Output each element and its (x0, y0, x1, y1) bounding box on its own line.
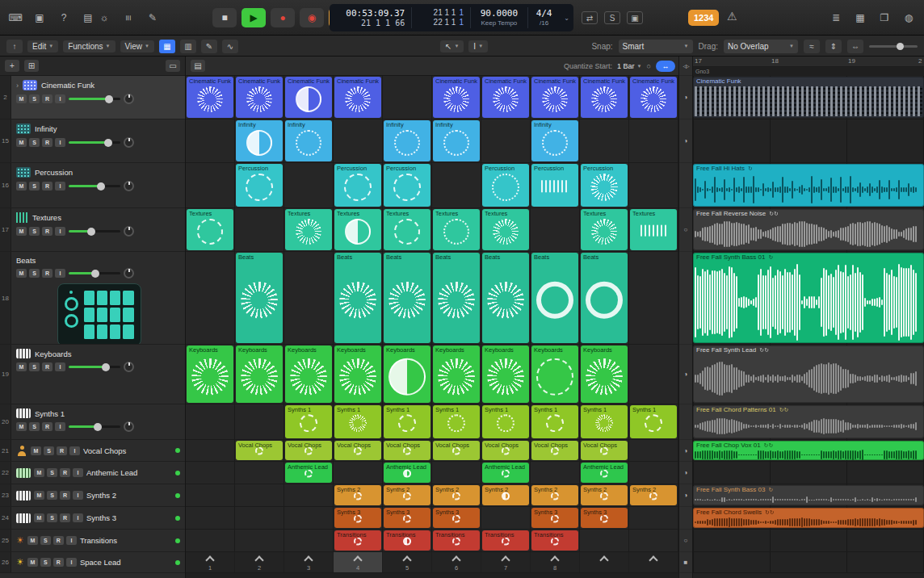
edit-menu[interactable]: Edit▼ (27, 40, 58, 52)
loop-cell[interactable]: Keyboards (432, 345, 481, 404)
loop-cell[interactable] (481, 119, 531, 162)
divider-bottom-icon[interactable]: ■ (679, 552, 692, 573)
track-m-button[interactable]: M (16, 269, 27, 278)
loop-cell[interactable] (235, 404, 284, 439)
output-icon[interactable]: ⇄ (582, 11, 598, 24)
functions-menu[interactable]: Functions▼ (63, 40, 115, 52)
track-i-button[interactable]: I (55, 362, 65, 371)
track-r-button[interactable]: R (42, 94, 52, 103)
vertical-zoom-icon[interactable]: ⇕ (825, 40, 842, 53)
disclosure-triangle[interactable]: › (16, 82, 19, 90)
scene-trigger[interactable]: 7 (481, 552, 531, 572)
loop-cell[interactable]: Vocal Chops (580, 440, 629, 461)
pencil-tool-icon[interactable]: ✎ (201, 40, 217, 53)
loop-cell[interactable]: Transitions (383, 530, 432, 551)
loop-cell[interactable] (186, 462, 235, 484)
track-m-button[interactable]: M (27, 558, 38, 567)
loop-cell[interactable] (284, 163, 334, 207)
loop-cell[interactable]: Synths 1 (284, 404, 334, 439)
loop-cell[interactable] (580, 530, 629, 551)
header-view-icon[interactable]: ▭ (166, 60, 180, 72)
track-r-button[interactable]: R (60, 513, 70, 522)
tracks-view-toggle[interactable]: ▥ (180, 40, 196, 53)
loop-cell[interactable] (629, 440, 678, 461)
scene-trigger[interactable]: 6 (432, 552, 481, 572)
quantize-start-dropdown[interactable]: 1 Bar▼ (617, 62, 641, 70)
region[interactable]: Free Fall Reverse Noise↻↻ (693, 209, 924, 250)
loop-cell[interactable]: Vocal Chops (531, 440, 580, 461)
view-menu[interactable]: View▼ (120, 40, 154, 52)
loop-cell[interactable]: Cinematic Funk (629, 76, 678, 119)
loop-cell[interactable]: Textures (186, 208, 235, 251)
loop-cell[interactable]: Keyboards (580, 345, 629, 404)
list-editors-icon[interactable]: ≣ (827, 10, 845, 25)
track-s-button[interactable]: S (29, 269, 40, 278)
loop-cell[interactable]: Synths 3 (531, 507, 580, 529)
loop-cell[interactable] (186, 440, 235, 461)
loop-cell[interactable]: Beats (432, 252, 481, 344)
track-m-button[interactable]: M (34, 491, 44, 500)
lcd-display[interactable]: 00:53:09.37 21 1 1 66 21 1 11 22 1 11 90… (330, 4, 573, 31)
loop-cell[interactable] (284, 530, 334, 551)
loop-cell[interactable]: Percussion (383, 163, 432, 207)
loop-cell[interactable]: Cinematic Funk (481, 76, 531, 119)
track-header[interactable]: 21MSRIVocal Chops (0, 440, 185, 462)
scene-trigger[interactable]: 3 (284, 552, 334, 572)
loop-cell[interactable]: Cinematic Funk (334, 76, 383, 119)
scene-menu-icon[interactable]: ▤ (191, 60, 205, 72)
track-i-button[interactable]: I (66, 558, 77, 567)
track-i-button[interactable]: I (55, 422, 65, 431)
track-s-button[interactable]: S (29, 362, 40, 371)
track-s-button[interactable]: S (40, 536, 51, 545)
region[interactable]: Cinematic Funk (693, 77, 924, 118)
scene-trigger[interactable] (629, 552, 678, 572)
mixer-icon[interactable]: ≡ (121, 9, 136, 27)
track-header[interactable]: 2›Cinematic FunkMSRI (0, 76, 185, 119)
track-r-button[interactable]: R (42, 422, 52, 431)
region[interactable]: Free Fall Synth Bass 01↻ (693, 253, 924, 343)
loop-cell[interactable] (580, 119, 629, 162)
track-i-button[interactable]: I (73, 491, 83, 500)
track-r-button[interactable]: R (42, 138, 52, 147)
loop-cell[interactable]: Textures (481, 208, 531, 251)
loop-cell[interactable] (186, 119, 235, 162)
scene-trigger[interactable]: 4 (334, 552, 383, 572)
track-header[interactable]: 19KeyboardsMSRI (0, 345, 185, 404)
region[interactable]: Free Fall Chop Vox 01↻↻ (693, 441, 924, 460)
back-to-arrange-icon[interactable]: ↑ (6, 40, 23, 53)
pan-knob[interactable] (124, 362, 134, 372)
region[interactable]: Free Fall Chord Swells↻↻ (693, 508, 924, 528)
loop-cell[interactable]: Percussion (580, 163, 629, 207)
scene-trigger[interactable]: 8 (531, 552, 580, 572)
loop-cell[interactable] (334, 119, 383, 162)
track-m-button[interactable]: M (16, 94, 27, 103)
crossfade-tool-icon[interactable]: ∿ (222, 40, 238, 53)
loop-cell[interactable] (235, 208, 284, 251)
loop-cell[interactable] (235, 530, 284, 551)
zoom-slider[interactable] (869, 45, 918, 48)
loop-cell[interactable]: Synths 2 (432, 484, 481, 506)
replace-icon[interactable]: ▣ (627, 11, 643, 24)
track-r-button[interactable]: R (42, 227, 52, 236)
loop-cell[interactable] (629, 345, 678, 404)
loop-cell[interactable]: Beats (334, 252, 383, 344)
row-divider-icon[interactable] (679, 252, 692, 345)
loop-cell[interactable]: Synths 2 (580, 484, 629, 506)
loop-cell[interactable] (186, 530, 235, 551)
row-divider-icon[interactable]: ◑ (679, 76, 692, 119)
track-r-button[interactable]: R (60, 468, 70, 477)
loop-cell[interactable] (284, 507, 334, 529)
track-m-button[interactable]: M (16, 227, 27, 236)
region[interactable]: Free Fall Synth Bass 03↻ (693, 485, 924, 505)
row-divider-icon[interactable] (679, 507, 692, 530)
track-m-button[interactable]: M (16, 422, 27, 431)
track-i-button[interactable]: I (69, 446, 80, 455)
drag-dropdown[interactable]: No Overlap▼ (724, 40, 798, 53)
loop-cell[interactable]: Synths 2 (531, 484, 580, 506)
smart-controls-icon[interactable]: ☼ (95, 10, 113, 25)
loop-cell[interactable]: Infinity (383, 119, 432, 162)
loop-cell[interactable]: Synths 1 (432, 404, 481, 439)
track-header[interactable]: 17TexturesMSRI (0, 208, 185, 252)
bar-ruler[interactable]: 1718192 (693, 57, 924, 67)
track-s-button[interactable]: S (47, 468, 57, 477)
